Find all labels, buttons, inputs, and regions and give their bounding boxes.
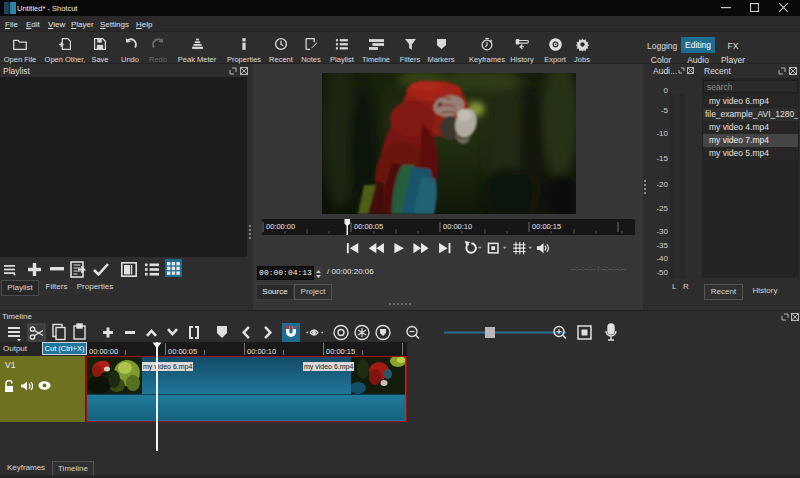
svg-text:00:00:00: 00:00:00: [266, 222, 295, 231]
svg-text:00:00:10: 00:00:10: [443, 222, 472, 231]
svg-text:00:00:05: 00:00:05: [168, 347, 197, 356]
svg-text:00:00:00: 00:00:00: [89, 347, 118, 356]
svg-text:00:00:15: 00:00:15: [326, 347, 355, 356]
svg-text:00:00:15: 00:00:15: [532, 222, 561, 231]
svg-text:00:00:05: 00:00:05: [354, 222, 383, 231]
svg-text:00:00:10: 00:00:10: [247, 347, 276, 356]
